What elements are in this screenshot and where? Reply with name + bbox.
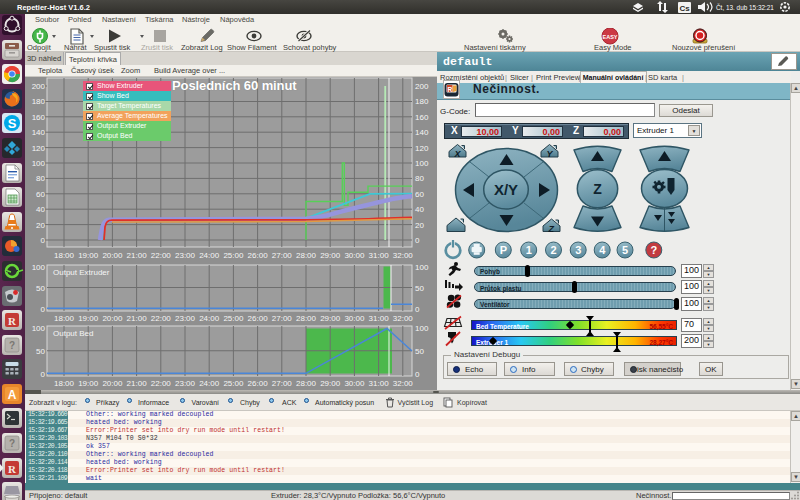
svg-text:26:00: 26:00 [248,379,269,388]
svg-text:32:00: 32:00 [393,314,414,323]
svg-text:19:00: 19:00 [78,251,99,260]
svg-text:30:00: 30:00 [344,379,365,388]
svg-text:31:00: 31:00 [369,251,390,260]
svg-text:21:00: 21:00 [127,379,148,388]
svg-text:22:00: 22:00 [151,314,172,323]
svg-text:27:00: 27:00 [272,314,293,323]
svg-text:29:00: 29:00 [320,251,341,260]
svg-text:20: 20 [415,221,424,230]
svg-text:100: 100 [32,263,46,272]
svg-text:18:00: 18:00 [54,314,75,323]
svg-text:4: 4 [599,244,606,256]
svg-text:100: 100 [32,324,46,333]
svg-text:25:00: 25:00 [223,251,244,260]
svg-text:100: 100 [415,159,429,168]
svg-text:30:00: 30:00 [344,314,365,323]
svg-text:?: ? [9,438,15,449]
svg-text:60: 60 [415,190,424,199]
svg-text:200: 200 [32,82,46,91]
svg-text:20:00: 20:00 [102,251,123,260]
svg-text:Y: Y [547,149,554,159]
svg-text:100: 100 [32,159,46,168]
svg-text:25:00: 25:00 [223,314,244,323]
svg-text:0: 0 [41,370,46,379]
svg-text:26:00: 26:00 [248,314,269,323]
svg-text:19:00: 19:00 [78,379,99,388]
svg-text:18:00: 18:00 [54,379,75,388]
svg-text:140: 140 [32,128,46,137]
svg-text:32:00: 32:00 [393,251,414,260]
svg-text:0: 0 [41,236,46,245]
svg-text:20:00: 20:00 [102,314,123,323]
svg-text:50: 50 [36,347,45,356]
svg-text:28:00: 28:00 [296,251,317,260]
svg-text:40: 40 [36,205,45,214]
svg-text:40: 40 [415,205,424,214]
svg-text:3: 3 [575,244,581,256]
svg-text:2: 2 [550,244,556,256]
svg-text:24:00: 24:00 [199,314,220,323]
svg-text:24:00: 24:00 [199,379,220,388]
svg-text:28:00: 28:00 [296,379,317,388]
svg-text:Output Bed: Output Bed [53,329,93,338]
svg-text:EASY: EASY [603,34,618,40]
svg-text:1: 1 [526,244,532,256]
svg-text:20:00: 20:00 [102,379,123,388]
svg-text:21:00: 21:00 [127,314,148,323]
svg-text:100: 100 [415,263,429,272]
svg-text:S: S [8,116,17,131]
svg-text:26:00: 26:00 [248,251,269,260]
svg-text:100: 100 [415,324,429,333]
svg-text:R: R [8,315,17,327]
svg-text:50: 50 [36,284,45,293]
svg-text:80: 80 [36,174,45,183]
svg-text:R: R [8,463,17,475]
svg-text:60: 60 [36,190,45,199]
svg-text:50: 50 [415,347,424,356]
svg-text:X/Y: X/Y [494,181,518,198]
svg-text:31:00: 31:00 [369,314,390,323]
svg-text:30:00: 30:00 [344,251,365,260]
svg-text:140: 140 [415,128,429,137]
svg-text:0: 0 [415,370,420,379]
svg-text:120: 120 [32,144,46,153]
svg-text:27:00: 27:00 [272,379,293,388]
svg-text:23:00: 23:00 [175,314,196,323]
svg-text:Z: Z [593,181,602,197]
svg-text:28:00: 28:00 [296,314,317,323]
svg-text:?: ? [650,244,657,256]
svg-text:X: X [454,149,462,159]
svg-text:19:00: 19:00 [78,314,99,323]
svg-text:29:00: 29:00 [320,379,341,388]
svg-text:180: 180 [415,97,429,106]
svg-text:0: 0 [415,305,420,314]
svg-text:31:00: 31:00 [369,379,390,388]
svg-text:20: 20 [36,221,45,230]
svg-text:22:00: 22:00 [151,379,172,388]
svg-text:0: 0 [41,305,46,314]
svg-text:5: 5 [622,244,628,256]
svg-text:25:00: 25:00 [223,379,244,388]
svg-text:P: P [500,244,507,256]
svg-text:Cs: Cs [679,4,690,13]
svg-text:120: 120 [415,144,429,153]
svg-text:Čt, 13. dub 15:32:21: Čt, 13. dub 15:32:21 [716,3,774,11]
svg-text:23:00: 23:00 [175,251,196,260]
svg-text:160: 160 [415,113,429,122]
svg-text:R: R [447,86,452,93]
svg-text:32:00: 32:00 [393,379,414,388]
svg-text:27:00: 27:00 [272,251,293,260]
svg-text:A: A [8,388,17,402]
svg-text:Z: Z [548,224,555,234]
svg-text:21:00: 21:00 [127,251,148,260]
svg-text:160: 160 [32,113,46,122]
svg-text:18:00: 18:00 [54,251,75,260]
svg-text:50: 50 [415,284,424,293]
svg-text:200: 200 [415,82,429,91]
svg-text:0: 0 [415,236,420,245]
svg-text:80: 80 [415,174,424,183]
svg-text:22:00: 22:00 [151,251,172,260]
svg-text:29:00: 29:00 [320,314,341,323]
svg-text:24:00: 24:00 [199,251,220,260]
svg-text:180: 180 [32,97,46,106]
